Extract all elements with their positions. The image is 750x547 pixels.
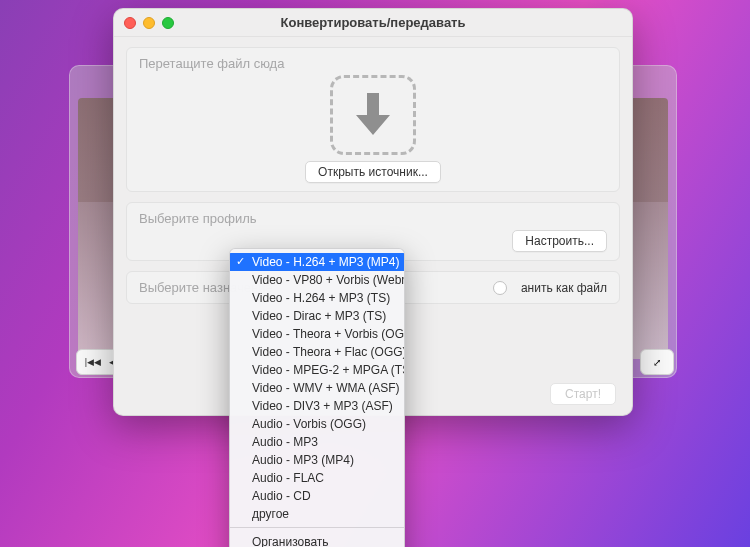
profile-option[interactable]: Video - VP80 + Vorbis (Webm) xyxy=(230,271,404,289)
profile-option[interactable]: Video - Theora + Flac (OGG) xyxy=(230,343,404,361)
dropdown-separator xyxy=(230,527,404,528)
player-fullscreen-button[interactable]: ⤢ xyxy=(640,349,674,375)
drop-file-panel: Перетащите файл сюда Открыть источник... xyxy=(126,47,620,192)
maximize-button[interactable] xyxy=(162,17,174,29)
minimize-button[interactable] xyxy=(143,17,155,29)
window-title: Конвертировать/передавать xyxy=(114,15,632,30)
profile-option[interactable]: Video - DIV3 + MP3 (ASF) xyxy=(230,397,404,415)
start-button[interactable]: Старт! xyxy=(550,383,616,405)
profile-label: Выберите профиль xyxy=(139,211,607,226)
open-source-button[interactable]: Открыть источник... xyxy=(305,161,441,183)
save-as-file-radio[interactable] xyxy=(493,281,507,295)
drop-file-label: Перетащите файл сюда xyxy=(139,56,607,71)
profile-option[interactable]: Audio - FLAC xyxy=(230,469,404,487)
profile-option[interactable]: Audio - CD xyxy=(230,487,404,505)
profile-dropdown-menu: Video - H.264 + MP3 (MP4)Video - VP80 + … xyxy=(229,248,405,547)
profile-option[interactable]: Audio - MP3 (MP4) xyxy=(230,451,404,469)
profile-option[interactable]: Video - Dirac + MP3 (TS) xyxy=(230,307,404,325)
profile-option[interactable]: другое xyxy=(230,505,404,523)
profile-option[interactable]: Video - H.264 + MP3 (MP4) xyxy=(230,253,404,271)
fullscreen-icon: ⤢ xyxy=(653,357,661,368)
profile-settings-button[interactable]: Настроить... xyxy=(512,230,607,252)
profile-option[interactable]: Video - WMV + WMA (ASF) xyxy=(230,379,404,397)
profile-option[interactable]: Video - MPEG-2 + MPGA (TS) xyxy=(230,361,404,379)
profile-option[interactable]: Video - H.264 + MP3 (TS) xyxy=(230,289,404,307)
player-prev-button[interactable]: |◀◀ xyxy=(85,357,101,367)
save-as-file-radio-label: анить как файл xyxy=(521,281,607,295)
organize-profiles-option[interactable]: Организовать профили... xyxy=(230,532,404,547)
profile-option[interactable]: Audio - Vorbis (OGG) xyxy=(230,415,404,433)
profile-option[interactable]: Audio - MP3 xyxy=(230,433,404,451)
drop-zone[interactable] xyxy=(330,75,416,155)
profile-option[interactable]: Video - Theora + Vorbis (OGG) xyxy=(230,325,404,343)
down-arrow-icon xyxy=(354,91,392,139)
titlebar: Конвертировать/передавать xyxy=(114,9,632,37)
close-button[interactable] xyxy=(124,17,136,29)
